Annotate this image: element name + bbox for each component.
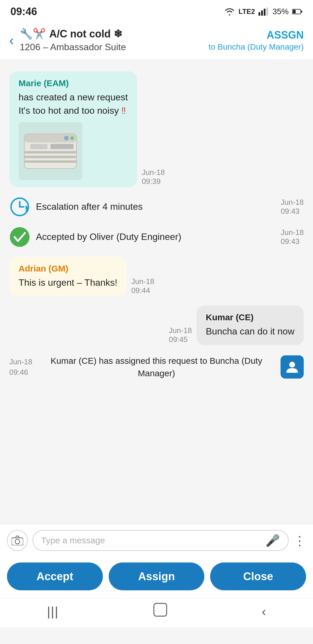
svg-rect-6 <box>293 10 296 13</box>
assign-button[interactable]: Assign <box>109 562 205 590</box>
bubble-sender-kumar: Kumar (CE) <box>206 312 294 322</box>
nav-recent-icon[interactable]: ||| <box>47 604 59 619</box>
accepted-icon <box>9 227 30 247</box>
message-adrian: Adrian (GM) This is urgent – Thanks! Jun… <box>9 257 304 296</box>
message-kumar: Jun-1809:45 Kumar (CE) Buncha can do it … <box>9 305 304 345</box>
bubble-kumar: Kumar (CE) Buncha can do it now <box>196 305 304 345</box>
svg-rect-3 <box>266 8 268 16</box>
bubble-sender-marie: Marie (EAM) <box>19 78 128 88</box>
header-title-block: 🔧✂️ A/C not cold ❄ 1206 – Ambassador Sui… <box>20 28 209 53</box>
assign-notification: Jun-1809:46 Kumar (CE) has assigned this… <box>9 354 304 380</box>
svg-point-18 <box>289 362 295 368</box>
wifi-icon <box>224 8 235 16</box>
header-status-sub: to Buncha (Duty Manager) <box>209 42 304 52</box>
svg-rect-0 <box>259 12 260 16</box>
svg-rect-11 <box>24 160 77 163</box>
timestamp-kumar: Jun-1809:45 <box>169 326 192 345</box>
message-input-box[interactable]: Type a message 🎤 <box>32 530 289 551</box>
svg-rect-5 <box>301 11 302 12</box>
ac-unit-svg <box>21 125 79 177</box>
svg-rect-1 <box>261 10 263 16</box>
timestamp-marie: Jun-1809:39 <box>142 168 165 187</box>
lte-label: LTE2 <box>239 8 255 16</box>
status-bar: 09:46 LTE2 35% <box>0 0 313 21</box>
bubble-text-adrian: This is urgent – Thanks! <box>19 276 117 289</box>
svg-point-13 <box>70 136 74 140</box>
chat-area: Marie (EAM) has created a new requestIt'… <box>0 60 313 524</box>
header-status-label: ASSGN <box>209 29 304 41</box>
mic-button[interactable]: 🎤 <box>265 534 280 547</box>
bubble-text-marie: has created a new requestIt's too hot an… <box>19 91 128 117</box>
status-time: 09:46 <box>10 6 37 18</box>
svg-point-20 <box>15 539 20 544</box>
header: ‹ 🔧✂️ A/C not cold ❄ 1206 – Ambassador S… <box>0 21 313 60</box>
svg-point-17 <box>10 227 30 247</box>
battery-icon <box>292 9 303 15</box>
escalation-text: Escalation after 4 minutes <box>36 201 275 212</box>
accepted-timestamp: Jun-1809:43 <box>281 228 304 246</box>
bubble-text-kumar: Buncha can do it now <box>206 325 294 338</box>
battery-text: 35% <box>272 7 289 16</box>
accepted-text: Accepted by Oliver (Duty Engineer) <box>36 231 275 242</box>
timestamp-adrian: Jun-1809:44 <box>131 277 154 296</box>
assign-avatar <box>281 355 304 379</box>
system-escalation: Escalation after 4 minutes Jun-1809:43 <box>9 196 304 217</box>
bubble-marie: Marie (EAM) has created a new requestIt'… <box>9 71 137 187</box>
accept-button[interactable]: Accept <box>7 562 103 590</box>
avatar-icon <box>285 360 299 374</box>
svg-rect-2 <box>264 9 265 16</box>
bubble-adrian: Adrian (GM) This is urgent – Thanks! <box>9 257 127 296</box>
home-square-icon <box>153 602 168 617</box>
assign-timestamp: Jun-1809:46 <box>9 357 32 378</box>
more-options-button[interactable]: ⋮ <box>293 533 306 548</box>
input-area: Type a message 🎤 ⋮ <box>0 524 313 557</box>
svg-rect-15 <box>50 144 74 149</box>
assign-text: Kumar (CE) has assigned this request to … <box>37 354 276 380</box>
header-subtitle: 1206 – Ambassador Suite <box>20 42 209 53</box>
back-button[interactable]: ‹ <box>9 32 14 48</box>
bubble-sender-adrian: Adrian (GM) <box>19 264 117 274</box>
escalation-icon <box>9 196 30 217</box>
svg-rect-14 <box>30 144 48 149</box>
svg-point-12 <box>64 136 69 140</box>
svg-rect-9 <box>24 151 77 153</box>
message-placeholder: Type a message <box>41 536 105 545</box>
nav-back-icon[interactable]: ‹ <box>262 604 266 619</box>
camera-button[interactable] <box>7 530 28 551</box>
header-status: ASSGN to Buncha (Duty Manager) <box>209 29 304 52</box>
nav-home-icon[interactable] <box>153 602 168 621</box>
message-marie: Marie (EAM) has created a new requestIt'… <box>9 71 304 187</box>
system-accepted: Accepted by Oliver (Duty Engineer) Jun-1… <box>9 227 304 247</box>
header-title-line1: 🔧✂️ A/C not cold ❄ <box>20 28 209 40</box>
header-title-text: A/C not cold ❄ <box>49 28 122 40</box>
close-button[interactable]: Close <box>210 562 306 590</box>
header-icon: 🔧✂️ <box>20 28 46 40</box>
action-buttons-bar: Accept Assign Close <box>0 557 313 598</box>
nav-bar: ||| ‹ <box>0 598 313 627</box>
status-icons: LTE2 35% <box>224 7 303 16</box>
signal-icon <box>259 8 269 16</box>
camera-icon <box>12 536 23 545</box>
bubble-image-ac <box>19 122 82 180</box>
svg-rect-21 <box>154 603 167 616</box>
escalation-timestamp: Jun-1809:43 <box>281 198 304 216</box>
svg-rect-10 <box>24 156 77 158</box>
